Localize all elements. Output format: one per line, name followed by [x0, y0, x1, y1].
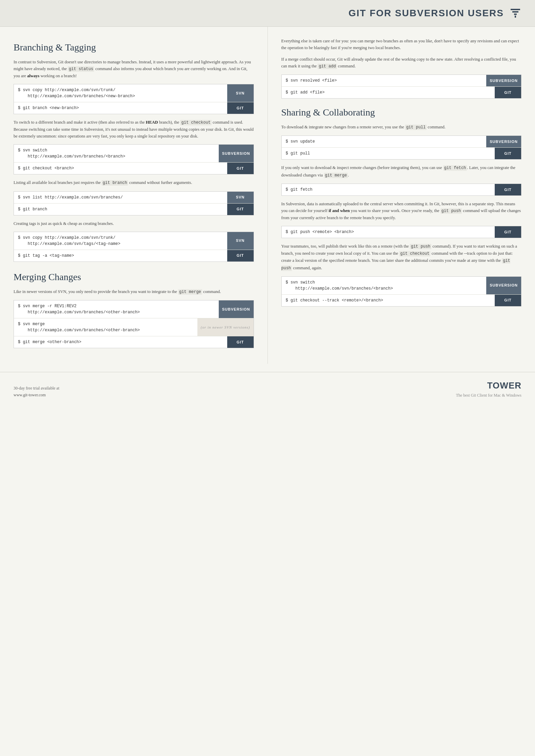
footer: 30-day free trial available at www.git-t… — [0, 372, 535, 406]
cmd-text: $ svn switch http://example.com/svn/bran… — [282, 277, 487, 294]
footer-trial: 30-day free trial available at — [14, 385, 59, 392]
cmd-text: $ git branch <new-branch> — [14, 102, 227, 114]
cmd-text: $ git checkout <branch> — [14, 163, 227, 174]
cmd-text: $ svn copy http://example.com/svn/trunk/… — [14, 232, 227, 250]
cmd-row: $ svn switch http://example.com/svn/bran… — [282, 277, 521, 295]
tower-logo: TOWER — [456, 379, 521, 392]
cmd-row: $ git merge <other-branch> GIT — [14, 336, 254, 348]
svg-rect-0 — [511, 9, 520, 10]
branching-intro: In contrast to Subversion, Git doesn't u… — [14, 59, 254, 79]
cmd-row: $ git tag -a <tag-name> GIT — [14, 250, 254, 261]
header-title: GIT FOR SUBVERSION USERS — [348, 6, 504, 20]
tags-para: Creating tags is just as quick & cheap a… — [14, 220, 254, 227]
cmd-text: $ git fetch — [282, 184, 495, 195]
cmd-block-checkout-track: $ svn switch http://example.com/svn/bran… — [281, 276, 522, 307]
cmd-block-tag: $ svn copy http://example.com/svn/trunk/… — [14, 232, 254, 262]
cmd-text: $ git checkout --track <remote>/<branch> — [282, 295, 495, 306]
svg-rect-2 — [514, 14, 517, 15]
subversion-badge: SUBVERSION — [486, 75, 521, 86]
push-para: In Subversion, data is automatically upl… — [281, 201, 522, 221]
cmd-row: $ git pull GIT — [282, 148, 521, 159]
cmd-text: $ git merge <other-branch> — [14, 336, 227, 348]
subversion-badge: SUBVERSION — [486, 277, 521, 294]
cmd-block-fetch: $ git fetch GIT — [281, 184, 522, 196]
cmd-row: $ svn merge -r REV1:REV2 http://example.… — [14, 300, 254, 318]
git-badge: GIT — [227, 336, 254, 348]
right-column: Everything else is taken care of for you… — [268, 27, 535, 364]
listing-para: Listing all available local branches jus… — [14, 179, 254, 186]
cmd-block-resolved: $ svn resolved <file> SUBVERSION $ git a… — [281, 75, 522, 99]
footer-url[interactable]: www.git-tower.com — [14, 392, 59, 398]
git-badge: GIT — [495, 226, 521, 238]
subversion-badge: SUBVERSION — [219, 300, 254, 318]
git-badge: GIT — [227, 163, 254, 174]
cmd-block-merge: $ svn merge -r REV1:REV2 http://example.… — [14, 300, 254, 348]
cmd-block-push: $ git push <remote> <branch> GIT — [281, 226, 522, 238]
cmd-block-new-branch: $ svn copy http://example.com/svn/trunk/… — [14, 84, 254, 114]
cmd-row: $ svn resolved <file> SUBVERSION — [282, 75, 521, 87]
cmd-text: $ svn merge -r REV1:REV2 http://example.… — [14, 300, 219, 318]
cmd-text: $ svn switch http://example.com/svn/bran… — [14, 145, 219, 162]
cmd-row: $ git checkout --track <remote>/<branch>… — [282, 295, 521, 306]
footer-right: TOWER The best Git Client for Mac & Wind… — [456, 379, 521, 398]
page: GIT FOR SUBVERSION USERS Branching & Tag… — [0, 0, 535, 756]
svg-rect-1 — [512, 11, 518, 13]
subversion-badge: SUBVERSION — [486, 136, 521, 147]
cmd-row: $ git push <remote> <branch> GIT — [282, 226, 521, 238]
svn-badge: SVN — [227, 84, 254, 102]
tower-tagline: The best Git Client for Mac & Windows — [456, 392, 521, 398]
merging-cont-para1: Everything else is taken care of for you… — [281, 38, 522, 51]
cmd-text: $ git push <remote> <branch> — [282, 226, 495, 238]
cmd-text: $ git pull — [282, 148, 495, 159]
fetch-para: If you only want to download & inspect r… — [281, 164, 522, 178]
cmd-block-pull: $ svn update SUBVERSION $ git pull GIT — [281, 135, 522, 160]
branching-title: Branching & Tagging — [14, 40, 254, 55]
cmd-row: $ git checkout <branch> GIT — [14, 163, 254, 174]
cmd-row: $ svn copy http://example.com/svn/trunk/… — [14, 232, 254, 250]
cmd-row: $ svn copy http://example.com/svn/trunk/… — [14, 84, 254, 102]
cmd-row: $ git add <file> GIT — [282, 87, 521, 98]
sharing-para: To download & integrate new changes from… — [281, 124, 522, 131]
cmd-block-switch: $ svn switch http://example.com/svn/bran… — [14, 144, 254, 174]
italic-note-badge: (or in newer SVN versions) — [197, 318, 254, 336]
merging-cont-para2: If a merge conflict should occur, Git wi… — [281, 56, 522, 70]
svn-badge: SVN — [227, 232, 254, 250]
switching-para: To switch to a different branch and make… — [14, 119, 254, 140]
git-badge: GIT — [227, 102, 254, 114]
cmd-row: $ svn switch http://example.com/svn/bran… — [14, 145, 254, 163]
checkout-track-para: Your teammates, too, will publish their … — [281, 243, 522, 272]
sharing-title: Sharing & Collaborating — [281, 105, 522, 120]
cmd-row: $ svn update SUBVERSION — [282, 136, 521, 148]
cmd-text: $ svn update — [282, 136, 487, 147]
git-badge: GIT — [495, 148, 521, 159]
cmd-text: $ svn merge http://example.com/svn/branc… — [14, 318, 197, 336]
content: Branching & Tagging In contrast to Subve… — [0, 27, 535, 364]
left-column: Branching & Tagging In contrast to Subve… — [0, 27, 268, 364]
svg-rect-3 — [515, 16, 516, 18]
git-badge: GIT — [495, 295, 521, 306]
merging-title: Merging Changes — [14, 270, 254, 284]
footer-left: 30-day free trial available at www.git-t… — [14, 385, 59, 398]
cmd-text: $ svn copy http://example.com/svn/trunk/… — [14, 84, 227, 102]
funnel-icon — [509, 7, 521, 19]
git-badge: GIT — [227, 250, 254, 261]
git-badge: GIT — [495, 184, 521, 195]
cmd-text: $ svn list http://example.com/svn/branch… — [14, 192, 227, 203]
header: GIT FOR SUBVERSION USERS — [0, 0, 535, 27]
cmd-block-list: $ svn list http://example.com/svn/branch… — [14, 191, 254, 215]
cmd-text: $ git tag -a <tag-name> — [14, 250, 227, 261]
cmd-row: $ git branch GIT — [14, 204, 254, 215]
subversion-badge: SUBVERSION — [219, 145, 254, 162]
merging-para: Like in newer versions of SVN, you only … — [14, 288, 254, 295]
cmd-text: $ git add <file> — [282, 87, 495, 98]
cmd-text: $ git branch — [14, 204, 227, 215]
cmd-text: $ svn resolved <file> — [282, 75, 487, 86]
git-badge: GIT — [227, 204, 254, 215]
cmd-row: $ svn list http://example.com/svn/branch… — [14, 192, 254, 204]
svn-badge: SVN — [227, 192, 254, 203]
git-badge: GIT — [495, 87, 521, 98]
cmd-row: $ svn merge http://example.com/svn/branc… — [14, 318, 254, 336]
cmd-row: $ git fetch GIT — [282, 184, 521, 195]
cmd-row: $ git branch <new-branch> GIT — [14, 102, 254, 114]
